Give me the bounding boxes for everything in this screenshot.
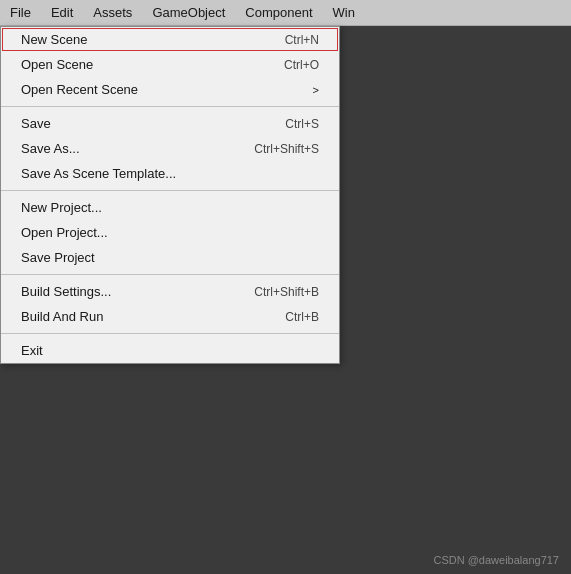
menu-item-new-project---[interactable]: New Project... — [1, 195, 339, 220]
menu-item-new-scene[interactable]: New SceneCtrl+N — [1, 27, 339, 52]
menu-item-shortcut: Ctrl+N — [285, 33, 319, 47]
menu-separator — [1, 106, 339, 107]
menu-bar-assets[interactable]: Assets — [83, 2, 142, 23]
menu-item-label: Build And Run — [21, 309, 245, 324]
menu-item-label: Open Scene — [21, 57, 244, 72]
menu-item-shortcut: Ctrl+Shift+S — [254, 142, 319, 156]
menu-bar-component[interactable]: Component — [235, 2, 322, 23]
menu-item-open-recent-scene[interactable]: Open Recent Scene> — [1, 77, 339, 102]
menu-separator — [1, 190, 339, 191]
menu-item-save[interactable]: SaveCtrl+S — [1, 111, 339, 136]
menu-item-shortcut: Ctrl+Shift+B — [254, 285, 319, 299]
menu-item-label: New Project... — [21, 200, 319, 215]
menu-item-open-scene[interactable]: Open SceneCtrl+O — [1, 52, 339, 77]
menu-bar-file[interactable]: File — [0, 2, 41, 23]
menu-separator — [1, 274, 339, 275]
menu-item-shortcut: Ctrl+B — [285, 310, 319, 324]
menu-item-label: Save Project — [21, 250, 319, 265]
menu-item-label: Open Project... — [21, 225, 319, 240]
menu-item-label: Open Recent Scene — [21, 82, 303, 97]
menu-item-exit[interactable]: Exit — [1, 338, 339, 363]
menu-item-label: Save As... — [21, 141, 214, 156]
menu-bar-edit[interactable]: Edit — [41, 2, 83, 23]
menu-item-build-settings---[interactable]: Build Settings...Ctrl+Shift+B — [1, 279, 339, 304]
menu-bar: File Edit Assets GameObject Component Wi… — [0, 0, 571, 26]
menu-bar-win[interactable]: Win — [323, 2, 365, 23]
menu-item-shortcut: Ctrl+O — [284, 58, 319, 72]
menu-item-label: Save As Scene Template... — [21, 166, 319, 181]
menu-item-label: Exit — [21, 343, 319, 358]
menu-item-shortcut: Ctrl+S — [285, 117, 319, 131]
menu-item-label: New Scene — [21, 32, 245, 47]
menu-bar-gameobject[interactable]: GameObject — [142, 2, 235, 23]
menu-item-save-as-scene-template---[interactable]: Save As Scene Template... — [1, 161, 339, 186]
menu-item-build-and-run[interactable]: Build And RunCtrl+B — [1, 304, 339, 329]
submenu-arrow-icon: > — [313, 84, 319, 96]
watermark: CSDN @daweibalang717 — [433, 554, 559, 566]
menu-item-label: Save — [21, 116, 245, 131]
menu-item-label: Build Settings... — [21, 284, 214, 299]
menu-item-save-as---[interactable]: Save As...Ctrl+Shift+S — [1, 136, 339, 161]
file-dropdown: New SceneCtrl+NOpen SceneCtrl+OOpen Rece… — [0, 26, 340, 364]
menu-item-open-project---[interactable]: Open Project... — [1, 220, 339, 245]
menu-separator — [1, 333, 339, 334]
menu-item-save-project[interactable]: Save Project — [1, 245, 339, 270]
